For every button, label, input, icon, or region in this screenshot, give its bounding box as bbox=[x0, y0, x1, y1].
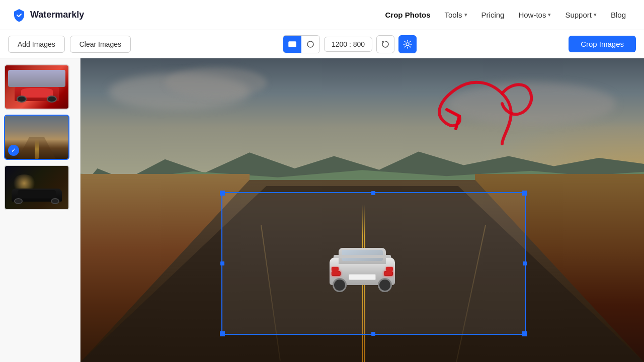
nav-item-tools[interactable]: Tools ▾ bbox=[439, 8, 473, 22]
nav-item-how-tos[interactable]: How-tos ▾ bbox=[512, 8, 557, 22]
crop-handle-br[interactable] bbox=[522, 331, 527, 336]
logo[interactable]: Watermarkly bbox=[12, 8, 84, 22]
image-sidebar: ✓ bbox=[0, 58, 80, 362]
thumbnail-item-3[interactable] bbox=[4, 165, 69, 210]
settings-icon bbox=[403, 40, 412, 49]
shield-icon bbox=[12, 8, 26, 22]
svg-point-1 bbox=[307, 41, 313, 47]
cloud-2 bbox=[165, 67, 267, 98]
crop-handle-top[interactable] bbox=[371, 191, 375, 195]
header: Watermarkly Crop Photos Tools ▾ Pricing … bbox=[0, 0, 644, 30]
crop-images-button[interactable]: Crop Images bbox=[569, 36, 636, 52]
toolbar-center-controls: 1200 : 800 bbox=[136, 35, 564, 53]
clear-images-button[interactable]: Clear Images bbox=[70, 36, 131, 53]
crop-handle-tr[interactable] bbox=[522, 191, 527, 196]
main-layout: ✓ bbox=[0, 58, 644, 362]
chevron-down-icon: ▾ bbox=[548, 12, 551, 18]
rotate-icon bbox=[381, 40, 390, 49]
nav-item-support[interactable]: Support ▾ bbox=[559, 8, 603, 22]
svg-point-2 bbox=[406, 43, 409, 46]
main-image bbox=[80, 58, 644, 362]
crop-handle-bottom[interactable] bbox=[371, 332, 375, 336]
crop-selection-box[interactable] bbox=[221, 192, 526, 335]
crop-handle-tl[interactable] bbox=[220, 191, 225, 196]
circle-icon bbox=[306, 40, 314, 48]
rect-shape-button[interactable] bbox=[283, 36, 301, 53]
toolbar: Add Images Clear Images 1200 : 800 bbox=[0, 30, 644, 58]
shape-toggle bbox=[283, 35, 320, 53]
main-nav: Crop Photos Tools ▾ Pricing How-tos ▾ Su… bbox=[379, 8, 632, 22]
chevron-down-icon: ▾ bbox=[464, 12, 467, 18]
thumbnail-item-2[interactable]: ✓ bbox=[4, 115, 69, 160]
thumbnail-item-1[interactable] bbox=[4, 64, 69, 110]
canvas-area bbox=[80, 58, 644, 362]
circle-shape-button[interactable] bbox=[301, 36, 319, 53]
settings-button[interactable] bbox=[398, 35, 417, 53]
crop-handle-left[interactable] bbox=[220, 261, 224, 265]
crop-handle-bl[interactable] bbox=[220, 331, 225, 336]
rect-icon bbox=[288, 40, 296, 48]
nav-item-crop-photos[interactable]: Crop Photos bbox=[379, 8, 437, 22]
app-name: Watermarkly bbox=[30, 10, 84, 20]
rotate-button[interactable] bbox=[376, 35, 394, 53]
nav-item-blog[interactable]: Blog bbox=[605, 8, 632, 22]
ratio-display[interactable]: 1200 : 800 bbox=[324, 37, 372, 52]
thumb-check-2: ✓ bbox=[8, 145, 19, 156]
crop-handle-right[interactable] bbox=[523, 261, 527, 265]
chevron-down-icon: ▾ bbox=[594, 12, 597, 18]
svg-rect-0 bbox=[289, 42, 296, 47]
add-images-button[interactable]: Add Images bbox=[8, 36, 65, 53]
nav-item-pricing[interactable]: Pricing bbox=[475, 8, 511, 22]
